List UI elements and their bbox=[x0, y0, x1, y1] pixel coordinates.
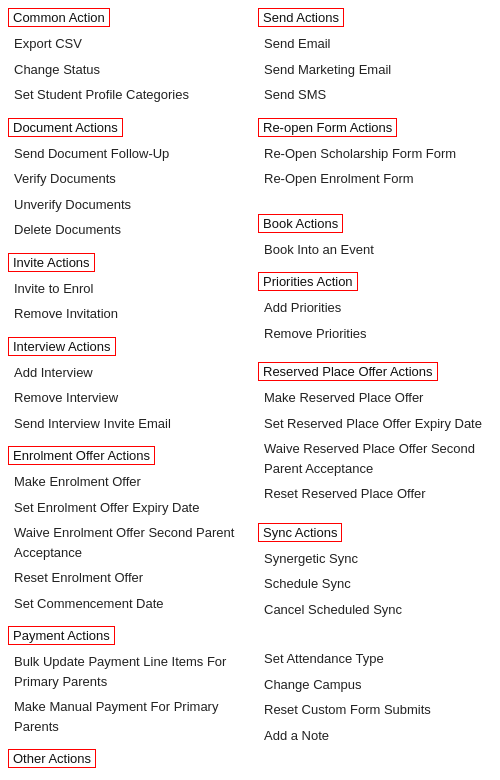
action-item[interactable]: Re-Open Enrolment Form bbox=[258, 166, 492, 192]
action-item[interactable]: Set Enrolment Offer Expiry Date bbox=[8, 495, 242, 521]
section-header: Interview Actions bbox=[8, 333, 242, 360]
section-header-label: Invite Actions bbox=[8, 253, 95, 272]
section-header: Common Action bbox=[8, 4, 242, 31]
action-item[interactable]: Set Commencement Date bbox=[8, 591, 242, 617]
section-header-label: Document Actions bbox=[8, 118, 123, 137]
action-item[interactable]: Waive Reserved Place Offer Second Parent… bbox=[258, 436, 492, 481]
action-item[interactable]: Waive Enrolment Offer Second Parent Acce… bbox=[8, 520, 242, 565]
action-item[interactable]: Add a Note bbox=[258, 723, 492, 749]
section-header: Book Actions bbox=[258, 210, 492, 237]
action-item[interactable]: Make Reserved Place Offer bbox=[258, 385, 492, 411]
action-item[interactable]: Remove Priorities bbox=[258, 321, 492, 347]
section-header-label: Common Action bbox=[8, 8, 110, 27]
section-header-label: Send Actions bbox=[258, 8, 344, 27]
action-item[interactable]: Schedule Sync bbox=[258, 571, 492, 597]
section-header-label: Sync Actions bbox=[258, 523, 342, 542]
action-item[interactable]: Send Document Follow-Up bbox=[8, 141, 242, 167]
action-item[interactable]: Reset Custom Form Submits bbox=[258, 697, 492, 723]
action-item[interactable]: Send Marketing Email bbox=[258, 57, 492, 83]
main-container: Common ActionExport CSVChange StatusSet … bbox=[0, 0, 500, 780]
section-header: Document Actions bbox=[8, 114, 242, 141]
action-item[interactable]: Set Student Profile Categories bbox=[8, 82, 242, 108]
action-item[interactable]: Set Reserved Place Offer Expiry Date bbox=[258, 411, 492, 437]
action-item[interactable]: Send Email bbox=[258, 31, 492, 57]
section-header-label: Payment Actions bbox=[8, 626, 115, 645]
action-item[interactable]: Unverify Documents bbox=[8, 192, 242, 218]
action-item[interactable]: Reset Reserved Place Offer bbox=[258, 481, 492, 507]
action-item[interactable]: Cancel Scheduled Sync bbox=[258, 597, 492, 623]
section-header-label: Enrolment Offer Actions bbox=[8, 446, 155, 465]
section-header-label: Other Actions bbox=[8, 749, 96, 768]
action-item[interactable]: Roll Up bbox=[8, 772, 242, 780]
action-item[interactable]: Re-Open Scholarship Form Form bbox=[258, 141, 492, 167]
section-header: Sync Actions bbox=[258, 519, 492, 546]
left-column: Common ActionExport CSVChange StatusSet … bbox=[0, 0, 250, 780]
section-header: Reserved Place Offer Actions bbox=[258, 358, 492, 385]
action-item[interactable]: Add Interview bbox=[8, 360, 242, 386]
section-header: Send Actions bbox=[258, 4, 492, 31]
action-item[interactable]: Reset Enrolment Offer bbox=[8, 565, 242, 591]
section-header: Other Actions bbox=[8, 745, 242, 772]
section-header-label: Interview Actions bbox=[8, 337, 116, 356]
action-item[interactable]: Synergetic Sync bbox=[258, 546, 492, 572]
action-item[interactable]: Remove Invitation bbox=[8, 301, 242, 327]
right-column: Send ActionsSend EmailSend Marketing Ema… bbox=[250, 0, 500, 780]
action-item[interactable]: Change Status bbox=[8, 57, 242, 83]
section-header-label: Reserved Place Offer Actions bbox=[258, 362, 438, 381]
section-header: Payment Actions bbox=[8, 622, 242, 649]
action-item[interactable]: Remove Interview bbox=[8, 385, 242, 411]
action-item[interactable]: Add Priorities bbox=[258, 295, 492, 321]
section-header-label: Re-open Form Actions bbox=[258, 118, 397, 137]
section-header-label: Priorities Action bbox=[258, 272, 358, 291]
action-item[interactable]: Send Interview Invite Email bbox=[8, 411, 242, 437]
section-header-label: Book Actions bbox=[258, 214, 343, 233]
section-header: Invite Actions bbox=[8, 249, 242, 276]
section-header: Priorities Action bbox=[258, 268, 492, 295]
action-item[interactable]: Delete Documents bbox=[8, 217, 242, 243]
action-item[interactable]: Send SMS bbox=[258, 82, 492, 108]
action-item[interactable]: Make Enrolment Offer bbox=[8, 469, 242, 495]
action-item[interactable]: Change Campus bbox=[258, 672, 492, 698]
action-item[interactable]: Bulk Update Payment Line Items For Prima… bbox=[8, 649, 242, 694]
action-item[interactable]: Invite to Enrol bbox=[8, 276, 242, 302]
action-item[interactable]: Verify Documents bbox=[8, 166, 242, 192]
action-item[interactable]: Make Manual Payment For Primary Parents bbox=[8, 694, 242, 739]
section-header: Enrolment Offer Actions bbox=[8, 442, 242, 469]
action-item[interactable]: Export CSV bbox=[8, 31, 242, 57]
action-item[interactable]: Book Into an Event bbox=[258, 237, 492, 263]
action-item[interactable]: Set Attendance Type bbox=[258, 646, 492, 672]
section-header: Re-open Form Actions bbox=[258, 114, 492, 141]
